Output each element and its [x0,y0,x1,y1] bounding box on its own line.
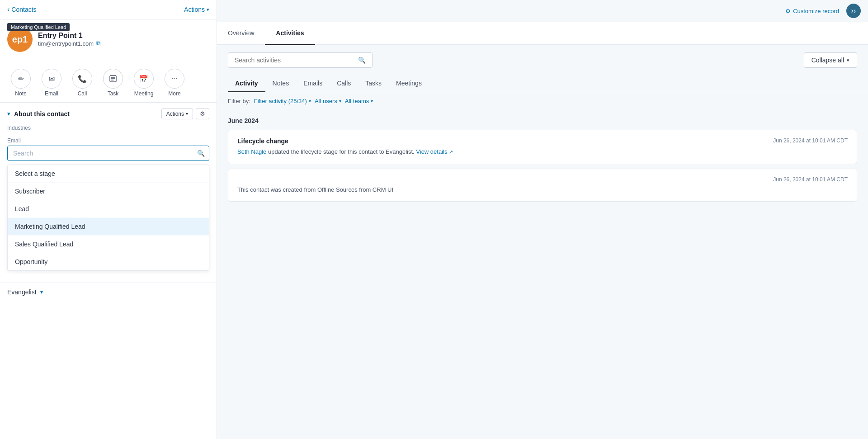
left-header: Contacts Actions [0,0,217,19]
contact-info: Marketing Qualified Lead ep1 Entry Point… [0,19,217,63]
search-activities-icon: 🔍 [358,57,366,64]
task-icon [103,69,123,89]
collapse-about-icon[interactable]: ▾ [7,110,10,117]
industries-field: Industries [7,125,209,131]
filter-row: Filter by: Filter activity (25/34) All u… [217,92,868,110]
activity-tab-calls[interactable]: Calls [330,75,358,92]
activity-card-1-body: Seth Nagle updated the lifecycle stage f… [237,147,848,156]
left-panel: Contacts Actions Marketing Qualified Lea… [0,0,217,439]
lifecycle-search-icon: 🔍 [197,150,205,157]
email-label: Email [45,90,58,97]
expand-panel-button[interactable]: ›› [846,4,861,18]
copy-email-icon[interactable]: ⧉ [96,40,100,47]
activity-card-contact-created: Jun 26, 2024 at 10:01 AM CDT This contac… [228,169,857,202]
tab-overview[interactable]: Overview [217,22,265,45]
filter-users-button[interactable]: All users [315,98,341,104]
call-label: Call [78,90,87,97]
lifecycle-current-value: Evangelist [7,288,37,296]
date-group-label: June 2024 [228,117,857,124]
more-label: More [168,90,180,97]
search-activities-input[interactable] [235,57,354,64]
dropdown-item-select-stage[interactable]: Select a stage [8,165,209,183]
contact-name: Entry Point 1 [38,32,100,40]
activity-tabs-bar: Activity Notes Emails Calls Tasks Meetin… [217,75,868,92]
activity-body-text: updated the lifecycle stage for this con… [268,148,416,155]
activities-content: June 2024 Lifecycle change Jun 26, 2024 … [217,110,868,439]
call-button[interactable]: 📞 Call [69,69,96,97]
task-label: Task [108,90,119,97]
dropdown-item-opportunity[interactable]: Opportunity [8,253,209,270]
meeting-label: Meeting [134,90,154,97]
industries-label: Industries [7,125,209,131]
email-field-label: Email [7,137,209,144]
activity-actor-link[interactable]: Seth Nagle [237,148,266,155]
activity-card-1-title: Lifecycle change [237,137,288,145]
customize-record-link[interactable]: Customize record [785,8,839,14]
email-icon: ✉ [42,69,61,89]
right-top-bar: Customize record ›› [217,0,868,22]
activity-card-1-time: Jun 26, 2024 at 10:01 AM CDT [773,137,848,144]
lifecycle-row: Evangelist ▾ [0,283,217,301]
meeting-icon: 📅 [134,69,154,89]
activities-toolbar: 🔍 Collapse all [217,45,868,75]
contact-email-row: tim@entrypoint1.com ⧉ [38,40,100,47]
activity-tab-tasks[interactable]: Tasks [358,75,389,92]
dropdown-item-lead[interactable]: Lead [8,200,209,218]
activity-card-1-header: Lifecycle change Jun 26, 2024 at 10:01 A… [237,137,848,145]
activity-card-2-body: This contact was created from Offline So… [237,185,848,194]
lifecycle-tooltip: Marketing Qualified Lead [7,23,70,31]
view-details-link[interactable]: View details [416,148,453,155]
dropdown-item-sql[interactable]: Sales Qualified Lead [8,236,209,253]
about-title: About this contact [14,110,70,118]
activity-tab-emails[interactable]: Emails [296,75,330,92]
main-tabs-bar: Overview Activities [217,22,868,45]
activity-tab-activity[interactable]: Activity [228,75,265,92]
filter-teams-button[interactable]: All teams [345,98,373,104]
task-button[interactable]: Task [99,69,127,97]
collapse-all-button[interactable]: Collapse all [804,52,857,68]
lifecycle-search-wrapper: 🔍 [7,146,209,161]
about-actions-button[interactable]: Actions [161,108,193,119]
note-label: Note [15,90,26,97]
dropdown-item-mql[interactable]: Marketing Qualified Lead [8,218,209,236]
about-header: ▾ About this contact Actions ⚙ [7,108,209,119]
lifecycle-dropdown-arrow[interactable]: ▾ [40,289,43,295]
about-title-row: ▾ About this contact [7,110,70,118]
note-button[interactable]: ✏ Note [7,69,34,97]
search-activities-box: 🔍 [228,52,373,68]
more-button[interactable]: ··· More [161,69,188,97]
lifecycle-dropdown: Select a stage Subscriber Lead Marketing… [7,165,209,271]
contact-top: Marketing Qualified Lead ep1 Entry Point… [7,27,209,52]
about-settings-button[interactable]: ⚙ [196,108,209,119]
more-icon: ··· [165,69,184,89]
activity-card-lifecycle-change: Lifecycle change Jun 26, 2024 at 10:01 A… [228,130,857,164]
activity-tab-meetings[interactable]: Meetings [389,75,429,92]
activity-tab-notes[interactable]: Notes [265,75,297,92]
note-icon: ✏ [11,69,31,89]
email-button[interactable]: ✉ Email [38,69,65,97]
back-to-contacts[interactable]: Contacts [7,5,37,14]
activity-card-2-header: Jun 26, 2024 at 10:01 AM CDT [237,176,848,183]
contact-details: Entry Point 1 tim@entrypoint1.com ⧉ [38,32,100,47]
email-field-group: Email 🔍 Select a stage Subscriber Lead M… [7,137,209,271]
about-actions: Actions ⚙ [161,108,209,119]
tab-activities[interactable]: Activities [265,22,315,45]
activity-created-text: This contact was created from Offline So… [237,186,393,193]
meeting-button[interactable]: 📅 Meeting [130,69,157,97]
filter-by-label: Filter by: [228,98,250,104]
call-icon: 📞 [72,69,92,89]
contact-actions-button[interactable]: Actions [184,6,209,13]
action-buttons-row: ✏ Note ✉ Email 📞 Call Task 📅 Meeting ···… [0,63,217,103]
filter-activity-button[interactable]: Filter activity (25/34) [254,98,311,104]
about-section: ▾ About this contact Actions ⚙ Industrie… [0,103,217,283]
activity-card-2-time: Jun 26, 2024 at 10:01 AM CDT [773,176,848,183]
lifecycle-search-input[interactable] [7,146,209,161]
dropdown-item-subscriber[interactable]: Subscriber [8,183,209,200]
right-panel: Customize record ›› Overview Activities … [217,0,868,439]
